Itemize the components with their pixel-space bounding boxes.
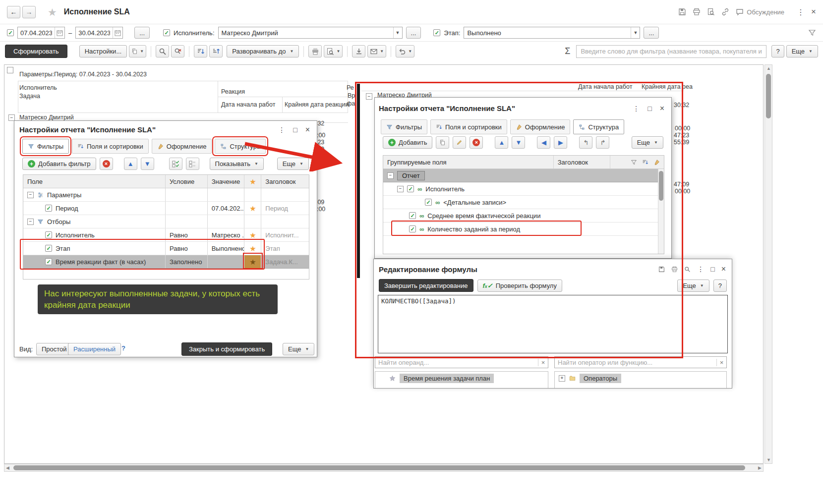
settings-variants-button[interactable]: ▼	[129, 45, 146, 57]
operand-label[interactable]: Время решения задачи план	[400, 374, 494, 383]
tree-row-report[interactable]: −Отчет	[383, 169, 664, 182]
export-button[interactable]	[352, 45, 365, 57]
discussion-button[interactable]: Обсуждение	[736, 8, 784, 16]
filter-row-selected[interactable]: Время реакции факт (в часах) Заполнено ★…	[23, 255, 309, 269]
col-header[interactable]: Заголовок	[261, 175, 309, 188]
move-down-button[interactable]: ▼	[512, 136, 525, 149]
close-and-generate-button[interactable]: Закрыть и сформировать	[181, 342, 272, 356]
scroll-down-icon[interactable]: ▼	[766, 457, 771, 462]
star-icon[interactable]: ★	[249, 231, 256, 239]
scroll-up-icon[interactable]: ▲	[766, 66, 771, 71]
uncheck-all-button[interactable]	[186, 158, 199, 170]
operators-label[interactable]: Операторы	[580, 374, 621, 383]
menu-dots-icon[interactable]: ⋮	[797, 7, 805, 17]
date-from-input[interactable]	[18, 27, 55, 38]
filter-row[interactable]: Исполнитель Равно Матреско ... ★ Исполни…	[23, 228, 309, 242]
sum-icon[interactable]: Σ	[565, 46, 570, 56]
col-star[interactable]: ★	[244, 175, 261, 188]
operand-item[interactable]: Время решения задачи план	[375, 372, 548, 385]
copy-button[interactable]	[436, 136, 449, 149]
tree-row[interactable]: ∞Количество заданий за период	[383, 223, 664, 236]
col-value[interactable]: Значение	[208, 175, 245, 188]
maximize-icon[interactable]: □	[647, 105, 651, 112]
row-checkbox[interactable]	[45, 245, 52, 252]
forward-button[interactable]: →	[22, 6, 36, 18]
filter-row-group[interactable]: −Параметры	[23, 188, 309, 202]
more-button[interactable]: Еще▼	[786, 45, 818, 57]
maximize-icon[interactable]: □	[293, 126, 297, 134]
report-corner-box[interactable]	[7, 67, 13, 73]
help-button[interactable]: ?	[713, 280, 727, 292]
tree-row[interactable]: ∞<Детальные записи>	[383, 196, 664, 209]
row-checkbox[interactable]	[425, 199, 432, 206]
report-row-executor[interactable]: Матреско Дмитрий	[19, 114, 74, 121]
group-move-in-button[interactable]: ↰	[579, 136, 592, 149]
move-up-button[interactable]: ▲	[124, 158, 137, 170]
tree-row[interactable]: −∞Исполнитель	[383, 182, 664, 196]
tab-filters[interactable]: Фильтры	[381, 119, 427, 134]
executor-checkbox[interactable]	[163, 29, 170, 36]
more-button[interactable]: Еще▼	[283, 343, 314, 355]
tab-structure[interactable]: Структура	[215, 139, 266, 154]
star-icon[interactable]: ★	[249, 245, 256, 252]
find-operand-input[interactable]	[375, 357, 538, 368]
executor-dropdown-icon[interactable]: ▼	[393, 27, 402, 38]
row-checkbox[interactable]	[45, 231, 52, 238]
period-more-button[interactable]: ...	[134, 27, 150, 39]
star-icon[interactable]: ★	[249, 205, 256, 212]
menu-dots-icon[interactable]: ⋮	[278, 126, 285, 134]
period-checkbox[interactable]	[7, 29, 14, 36]
row-checkbox[interactable]	[409, 225, 416, 232]
finish-editing-button[interactable]: Завершить редактирование	[379, 279, 473, 292]
formula-editor[interactable]: КОЛИЧЕСТВО([Задача])	[378, 295, 728, 353]
group-expander-icon[interactable]: −	[366, 93, 372, 100]
row-checkbox[interactable]	[45, 205, 52, 212]
sort-icon[interactable]	[642, 159, 648, 166]
stage-checkbox[interactable]	[433, 29, 440, 36]
edit-pencil-button[interactable]	[453, 136, 466, 149]
print-button[interactable]	[308, 45, 322, 57]
horizontal-scroll-thumb[interactable]	[13, 465, 745, 470]
row-checkbox[interactable]	[45, 258, 52, 265]
brush-icon[interactable]	[653, 159, 660, 166]
tree-node-label[interactable]: Отчет	[397, 171, 425, 180]
delete-button[interactable]: ×	[470, 136, 483, 149]
add-filter-button[interactable]: +Добавить фильтр	[22, 158, 96, 170]
tree-row[interactable]: ∞Среднее время фактической реакции	[383, 209, 664, 223]
find-operator-input[interactable]	[555, 357, 716, 368]
tab-appearance[interactable]: Оформление	[152, 139, 212, 154]
sort-descending-button[interactable]	[209, 45, 223, 57]
expand-plus-icon[interactable]: +	[559, 375, 565, 382]
row-checkbox[interactable]	[407, 185, 414, 192]
sort-ascending-button[interactable]	[194, 45, 207, 57]
move-left-button[interactable]: ◀	[537, 136, 550, 149]
quick-search-input[interactable]	[576, 45, 766, 58]
star-icon[interactable]: ★	[249, 258, 256, 266]
stage-dropdown-icon[interactable]: ▼	[631, 27, 640, 38]
add-button[interactable]: +Добавить	[383, 136, 432, 149]
search-page-icon[interactable]	[707, 8, 715, 16]
clear-icon[interactable]: ×	[538, 359, 548, 366]
row-checkbox[interactable]	[409, 212, 416, 219]
check-all-button[interactable]	[169, 158, 182, 170]
move-down-button[interactable]: ▼	[141, 158, 154, 170]
filter-row[interactable]: Этап Равно Выполнено ★ Этап	[23, 242, 309, 255]
delete-filter-button[interactable]: ×	[100, 158, 113, 170]
history-button[interactable]: ▼	[396, 45, 414, 57]
tab-filters[interactable]: Фильтры	[22, 139, 69, 154]
close-icon[interactable]: ×	[305, 125, 310, 134]
view-extended-button[interactable]: Расширенный	[68, 343, 121, 355]
executor-input[interactable]	[219, 27, 393, 38]
print-icon[interactable]	[671, 266, 678, 273]
col-header[interactable]: Заголовок	[554, 156, 611, 168]
horizontal-scrollbar[interactable]: ◀ ▶	[4, 464, 764, 472]
help-button[interactable]: ?	[771, 45, 784, 57]
link-icon[interactable]	[721, 8, 729, 16]
save-icon[interactable]	[678, 8, 686, 16]
more-button[interactable]: Еще▼	[277, 158, 309, 170]
print-preview-button[interactable]: ▼	[324, 45, 343, 57]
close-window-icon[interactable]: ×	[811, 7, 816, 17]
filter-row-group[interactable]: −Отборы	[23, 215, 309, 228]
move-right-button[interactable]: ▶	[554, 136, 567, 149]
tab-fields-sorting[interactable]: Поля и сортировки	[430, 119, 507, 134]
